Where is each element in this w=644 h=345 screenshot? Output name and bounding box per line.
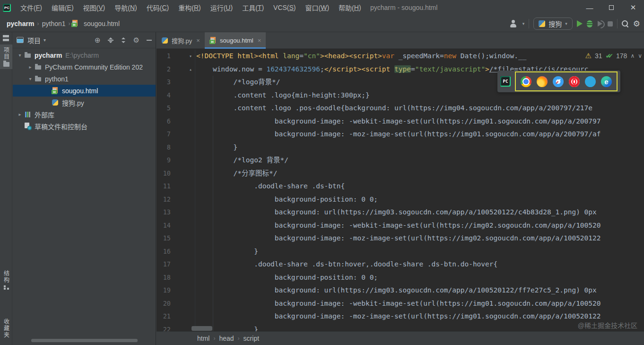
menu-item-文件[interactable]: 文件(F) <box>16 0 47 15</box>
code-token: } <box>254 326 258 332</box>
maximize-button[interactable] <box>600 0 622 15</box>
code-token: var <box>382 52 394 60</box>
line-number: 17 <box>157 258 171 271</box>
code-token: "text/javascript" <box>415 65 485 73</box>
menu-item-导航[interactable]: 导航(N) <box>110 0 141 15</box>
editor-tabs: 搜狗.py×sougou.html× <box>157 32 644 49</box>
code-text: /*logo背景*/ <box>195 76 280 89</box>
minimize-button[interactable]: — <box>579 0 600 15</box>
tab-label: sougou.html <box>220 37 253 44</box>
close-icon[interactable]: × <box>196 37 200 44</box>
breadcrumb-item[interactable]: pycharm <box>5 19 36 28</box>
folder-icon <box>24 52 32 59</box>
line-number: 10 <box>157 167 171 180</box>
menu-item-视图[interactable]: 视图(V) <box>78 0 110 15</box>
menu-item-重构[interactable]: 重构(R) <box>174 0 205 15</box>
code-token: } <box>254 248 258 255</box>
code-text: .content .logo .pos-doodle{background: u… <box>195 102 592 115</box>
fold-marker-icon <box>171 115 195 128</box>
code-line: 5.content .logo .pos-doodle{background: … <box>157 102 644 115</box>
debug-button[interactable] <box>587 20 592 27</box>
line-number: 8 <box>157 141 171 154</box>
tree-caret-icon[interactable]: ▸ <box>16 112 24 117</box>
edge-icon[interactable] <box>601 76 612 87</box>
fold-marker-icon[interactable]: ▾ <box>171 50 195 63</box>
tool-windows-icon[interactable] <box>3 35 9 41</box>
project-panel-title[interactable]: 项目 <box>27 35 41 45</box>
opera-icon[interactable] <box>569 76 580 87</box>
gear-icon[interactable]: ⚙ <box>133 36 139 44</box>
tab-搜狗.py[interactable]: 搜狗.py× <box>157 32 205 49</box>
code-token: ><head><script> <box>320 52 382 60</box>
hide-panel-icon[interactable] <box>147 40 152 41</box>
line-number: 20 <box>157 297 171 310</box>
tree-item-草稿文件和控制台[interactable]: 草稿文件和控制台 <box>13 120 156 132</box>
code-token: background: url(https://img03.sogoucdn.c… <box>275 208 601 216</box>
menu-item-运行[interactable]: 运行(U) <box>206 0 237 15</box>
menu-item-窗口[interactable]: 窗口(W) <box>301 0 334 15</box>
menu-item-代码[interactable]: 代码(C) <box>142 0 174 15</box>
run-with-coverage-button[interactable] <box>597 20 603 27</box>
project-panel-toolbar: ⊕ ⚙ <box>95 36 152 44</box>
line-number: 5 <box>157 102 171 115</box>
close-button[interactable]: ✕ <box>622 0 644 15</box>
breadcrumb-item-html[interactable]: html <box>197 335 209 342</box>
locate-file-icon[interactable]: ⊕ <box>95 36 101 44</box>
settings-gear-icon[interactable]: ⚙ <box>633 20 640 28</box>
tree-item-外部库[interactable]: ▸外部库 <box>13 108 156 120</box>
expand-all-icon[interactable] <box>108 37 113 43</box>
breadcrumb-item-head[interactable]: head <box>219 335 234 342</box>
tree-item-pycharm[interactable]: ▾pycharmE:\pycharm <box>13 49 156 61</box>
editor-horizontal-scrollbar[interactable] <box>191 326 212 331</box>
pycharm-icon[interactable]: PC <box>500 76 511 87</box>
close-icon[interactable]: × <box>258 37 261 44</box>
prev-problem-icon[interactable]: ∧ <box>630 53 635 59</box>
line-number: 7 <box>157 128 171 141</box>
project-panel-header: 项目 ▾ ⊕ ⚙ <box>13 32 156 48</box>
fold-marker-icon[interactable]: ▴ <box>171 63 195 76</box>
run-button[interactable] <box>577 20 583 27</box>
chrome-icon[interactable] <box>521 76 531 87</box>
tree-item-sougou.html[interactable]: sougou.html <box>13 85 156 97</box>
ok-count: 178 <box>616 52 627 60</box>
chevron-down-icon[interactable]: ▾ <box>44 37 46 43</box>
tree-caret-icon[interactable]: ▸ <box>26 64 35 70</box>
menu-item-VCS[interactable]: VCS(S) <box>269 0 300 15</box>
firefox-icon[interactable] <box>537 76 548 87</box>
tree-item-搜狗.py[interactable]: 搜狗.py <box>13 97 156 108</box>
breadcrumb-item-script[interactable]: script <box>244 335 259 342</box>
browser-icons-box <box>515 71 618 91</box>
tab-sougou.html[interactable]: sougou.html× <box>205 32 266 49</box>
code-token: .doodle-share .ds-btn{ <box>254 182 345 190</box>
safari-icon[interactable] <box>553 76 564 87</box>
user-icon[interactable] <box>510 20 518 27</box>
stop-button[interactable] <box>608 21 613 27</box>
tree-item-PyCharm Community Edition 202[interactable]: ▸PyCharm Community Edition 202 <box>13 61 156 73</box>
tree-caret-icon[interactable]: ▾ <box>26 76 35 81</box>
breadcrumb-item[interactable]: python1 <box>40 19 68 28</box>
tree-item-python1[interactable]: ▾python1 <box>13 73 156 85</box>
search-everywhere-button[interactable] <box>622 20 629 27</box>
next-problem-icon[interactable]: ∨ <box>638 53 642 59</box>
tree-caret-icon[interactable]: ▾ <box>16 53 24 58</box>
chevron-right-icon: › <box>213 335 215 342</box>
collapse-all-icon[interactable] <box>121 37 126 43</box>
menu-item-编辑[interactable]: 编辑(E) <box>47 0 78 15</box>
project-horizontal-scrollbar[interactable] <box>31 339 138 342</box>
code-token: background-image: -webkit-image-set(url(… <box>275 300 601 307</box>
code-token: = <box>299 52 304 60</box>
menu-item-工具[interactable]: 工具(T) <box>237 0 269 15</box>
code-line: 17.doodle-share .ds-btn:hover,.doodle-sh… <box>157 258 644 271</box>
structure-icon <box>4 285 9 290</box>
favorites-tab-label: 收藏夹 <box>2 318 10 338</box>
menu-item-帮助[interactable]: 帮助(H) <box>334 0 366 15</box>
code-viewport[interactable]: 1▾<!DOCTYPE html><html lang="cn"><head><… <box>157 49 644 331</box>
menu-bar: 文件(F)编辑(E)视图(V)导航(N)代码(C)重构(R)运行(U)工具(T)… <box>16 0 366 15</box>
sidebar-item-project[interactable]: 项目 <box>0 44 12 69</box>
sidebar-item-structure[interactable]: 结构 <box>0 268 12 292</box>
ie-icon[interactable] <box>585 76 596 87</box>
inspections-widget[interactable]: ⚠ 31 ✔✔ 178 ∧ ∨ <box>585 52 642 60</box>
run-configuration-select[interactable]: 搜狗 ▾ <box>533 18 573 30</box>
breadcrumb-item[interactable]: sougou.html <box>82 19 122 28</box>
sidebar-item-favorites[interactable]: 收藏夹 <box>0 316 12 341</box>
